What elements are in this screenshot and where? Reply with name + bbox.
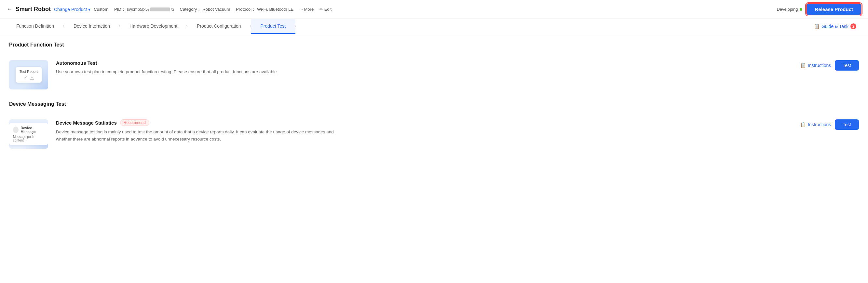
change-product-label: Change Product	[54, 7, 87, 12]
header-right: Developing Release Product	[777, 3, 862, 15]
check-icon: ✓	[24, 75, 28, 80]
more-button[interactable]: ··· More	[299, 7, 314, 12]
meta-protocol: Protocol： Wi-Fi, Bluetooth LE	[236, 6, 293, 12]
report-label: Test Report	[20, 70, 38, 73]
header: ← Smart Robot Change Product ▾ Custom PI…	[0, 0, 868, 19]
section-product-function-test: Product Function Test Test Report ✓ △ Au…	[9, 42, 859, 96]
guide-task-doc-icon: 📋	[814, 24, 819, 29]
device-message-image-inner: Device Message Message push content	[9, 123, 48, 145]
device-message-statistics-content: Device Message Statistics Recommend Devi…	[56, 119, 793, 143]
device-msg-header: Device Message	[13, 126, 44, 134]
autonomous-test-desc: Use your own test plan to complete produ…	[56, 68, 349, 75]
edit-button[interactable]: ✏ Edit	[319, 7, 332, 12]
tab-product-configuration[interactable]: Product Configuration	[187, 19, 250, 34]
nav-tabs: Function Definition Device Interaction H…	[0, 19, 868, 34]
autonomous-test-actions: 📋 Instructions Test	[800, 60, 859, 71]
back-button[interactable]: ←	[6, 6, 12, 13]
instructions-doc-icon2: 📋	[800, 122, 806, 127]
autonomous-test-button[interactable]: Test	[835, 60, 859, 71]
device-msg-sub-label: Message push content	[13, 135, 44, 142]
back-icon: ←	[6, 6, 12, 13]
section2-title: Device Messaging Test	[9, 101, 859, 107]
change-product-arrow-icon: ▾	[88, 7, 90, 12]
autonomous-test-card: Test Report ✓ △ Autonomous Test Use your…	[9, 54, 859, 96]
autonomous-test-content: Autonomous Test Use your own test plan t…	[56, 60, 793, 75]
instructions-doc-icon: 📋	[800, 63, 806, 68]
device-msg-avatar	[13, 127, 19, 133]
header-left: ← Smart Robot Change Product ▾ Custom PI…	[6, 6, 771, 13]
section1-title: Product Function Test	[9, 42, 859, 48]
tab-function-definition[interactable]: Function Definition	[6, 19, 64, 34]
device-message-statistics-title: Device Message Statistics	[56, 120, 117, 126]
device-message-statistics-card: Device Message Message push content Devi…	[9, 113, 859, 155]
release-product-button[interactable]: Release Product	[806, 3, 862, 15]
main-content: Product Function Test Test Report ✓ △ Au…	[0, 34, 868, 165]
device-message-statistics-actions: 📋 Instructions Test	[800, 119, 859, 130]
copy-icon[interactable]: ⧉	[171, 7, 174, 12]
developing-status: Developing	[777, 7, 802, 12]
autonomous-test-instructions-button[interactable]: 📋 Instructions	[800, 63, 831, 68]
autonomous-test-header: Autonomous Test	[56, 60, 793, 66]
guide-task-tab[interactable]: 📋 Guide & Task 2	[809, 19, 862, 34]
guide-task-badge: 2	[850, 24, 856, 29]
report-icons: ✓ △	[24, 75, 34, 80]
tab-hardware-development[interactable]: Hardware Development	[120, 19, 187, 34]
device-message-instructions-button[interactable]: 📋 Instructions	[800, 122, 831, 127]
device-message-statistics-desc: Device message testing is mainly used to…	[56, 128, 349, 143]
device-message-statistics-header: Device Message Statistics Recommend	[56, 119, 793, 126]
developing-label: Developing	[777, 7, 798, 12]
pid-value: swcmb5lx5\	[127, 7, 149, 12]
tab-product-test[interactable]: Product Test	[251, 19, 296, 34]
guide-task-label: Guide & Task	[822, 24, 848, 29]
meta-category: Category： Robot Vacuum	[180, 6, 230, 12]
meta-info: Custom PID： swcmb5lx5\ ⧉ Category： Robot…	[94, 6, 332, 12]
autonomous-test-title: Autonomous Test	[56, 60, 97, 66]
pid-blur	[150, 7, 170, 11]
warning-icon: △	[30, 75, 34, 80]
autonomous-test-image-inner: Test Report ✓ △	[16, 67, 42, 83]
device-message-image: Device Message Message push content	[9, 119, 48, 149]
developing-dot-icon	[800, 8, 802, 11]
app-title: Smart Robot	[16, 6, 51, 13]
change-product-button[interactable]: Change Product ▾	[54, 7, 90, 12]
meta-pid: PID： swcmb5lx5\ ⧉	[114, 6, 174, 12]
section-device-messaging-test: Device Messaging Test Device Message Mes…	[9, 101, 859, 155]
device-msg-title-label: Device Message	[21, 126, 44, 134]
autonomous-test-image: Test Report ✓ △	[9, 60, 48, 90]
meta-custom: Custom	[94, 7, 108, 12]
recommend-badge: Recommend	[120, 119, 149, 126]
tab-device-interaction[interactable]: Device Interaction	[64, 19, 120, 34]
device-message-test-button[interactable]: Test	[835, 119, 859, 130]
